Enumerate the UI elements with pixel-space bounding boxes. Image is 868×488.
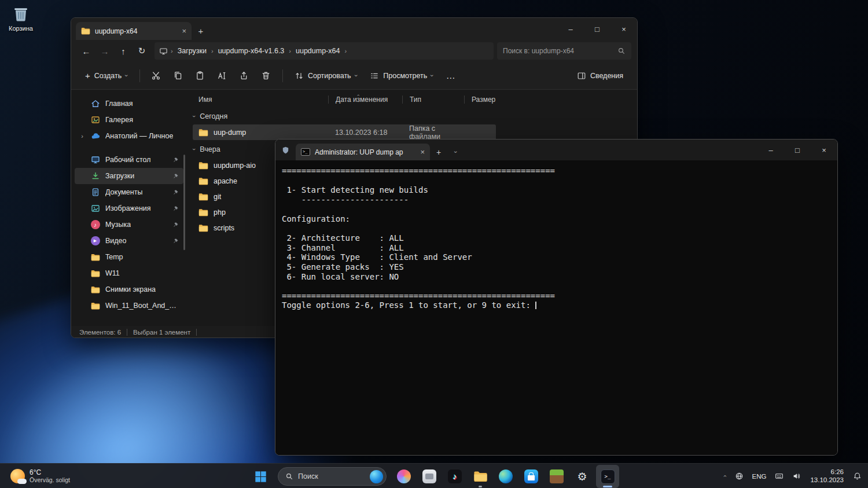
explorer-toolbar: + Создать › Сортировать › <box>71 62 637 90</box>
column-header-type[interactable]: Тип <box>402 96 464 104</box>
search-icon <box>285 472 293 480</box>
sidebar-scrollbar[interactable] <box>183 155 185 250</box>
volume-button[interactable] <box>788 467 805 486</box>
app-settings[interactable]: ⚙ <box>571 465 594 488</box>
up-button[interactable]: ↑ <box>114 42 133 60</box>
minimize-button[interactable]: – <box>757 140 784 160</box>
app-widgets[interactable] <box>418 465 441 488</box>
column-header-date[interactable]: › Дата изменения <box>328 96 402 104</box>
breadcrumb-dropdown-icon[interactable]: › <box>344 48 347 54</box>
delete-button[interactable] <box>256 66 277 86</box>
search-icon <box>617 47 626 55</box>
pin-icon <box>172 173 179 179</box>
terminal-cursor <box>535 302 536 309</box>
app-file-explorer[interactable] <box>469 465 492 488</box>
touch-keyboard-button[interactable] <box>771 467 788 486</box>
sidebar-item-onedrive[interactable]: › Анатолий — Личное <box>75 128 183 144</box>
app-edge[interactable] <box>494 465 517 488</box>
app-store[interactable] <box>520 465 543 488</box>
weather-widget[interactable]: 6°C Överväg. soligt <box>6 464 75 488</box>
chevron-down-icon: › <box>124 75 130 77</box>
copy-button[interactable] <box>168 66 189 86</box>
breadcrumb-item[interactable]: uupdump-x64 <box>292 47 344 55</box>
search-input[interactable]: Поиск в: uupdump-x64 <box>497 42 631 60</box>
more-options-button[interactable]: … <box>440 66 461 86</box>
desktop-icon <box>90 155 100 164</box>
new-button[interactable]: + Создать › <box>79 66 134 86</box>
start-button[interactable] <box>249 465 272 488</box>
speaker-icon <box>792 472 801 480</box>
network-button[interactable] <box>731 467 748 486</box>
close-button[interactable]: × <box>610 18 637 40</box>
sidebar-item-win11-boot[interactable]: Win_11_Boot_And_Upgrade_ <box>75 298 183 314</box>
cut-button[interactable] <box>146 66 167 86</box>
app-copilot[interactable] <box>392 465 415 488</box>
file-row-uup-dump[interactable]: uup-dump 13.10.2023 6:18 Папка с файлами <box>193 124 496 140</box>
sidebar-item-temp[interactable]: Temp <box>75 249 183 265</box>
plus-icon: + <box>85 71 90 80</box>
tiktok-icon: ♪ <box>448 469 462 483</box>
new-tab-button[interactable]: + <box>430 144 447 160</box>
maximize-button[interactable]: □ <box>584 18 610 40</box>
group-header-today[interactable]: › Сегодня <box>193 108 637 124</box>
tray-overflow-button[interactable]: › <box>720 467 730 486</box>
explorer-tab[interactable]: uupdump-x64 × <box>76 22 192 40</box>
terminal-window: >_ Administrator: UUP dump ap × + › – □ … <box>275 139 838 456</box>
sidebar-item-videos[interactable]: ▶ Видео <box>75 233 183 249</box>
view-button[interactable]: Просмотреть › <box>364 66 439 86</box>
videos-icon: ▶ <box>90 236 100 245</box>
column-header-size[interactable]: Размер <box>464 96 505 104</box>
chevron-down-icon: › <box>429 75 436 77</box>
windows-logo-icon <box>255 471 267 483</box>
breadcrumb-item[interactable]: uupdump-x64-v1.6.3 <box>214 47 289 55</box>
recycle-bin[interactable]: Корзина <box>5 5 37 32</box>
details-pane-button[interactable]: Сведения <box>571 66 629 86</box>
tab-close-icon[interactable]: × <box>420 148 425 156</box>
sidebar-item-music[interactable]: ♪ Музыка <box>75 217 183 233</box>
tab-dropdown-button[interactable]: › <box>447 144 465 160</box>
chevron-down-icon: › <box>353 75 359 77</box>
sidebar-item-pictures[interactable]: Изображения <box>75 200 183 217</box>
rename-button[interactable] <box>212 66 233 86</box>
language-indicator[interactable]: ENG <box>748 467 771 486</box>
back-button[interactable]: ← <box>77 42 95 60</box>
sidebar-item-downloads[interactable]: Загрузки <box>75 168 183 184</box>
app-tiktok[interactable]: ♪ <box>443 465 466 488</box>
sidebar-item-w11[interactable]: W11 <box>75 265 183 281</box>
minimize-button[interactable]: – <box>557 18 584 40</box>
terminal-tab[interactable]: >_ Administrator: UUP dump ap × <box>296 144 430 160</box>
app-minecraft[interactable] <box>545 465 568 488</box>
home-icon <box>90 99 100 108</box>
file-name: uup-dump <box>214 129 246 137</box>
terminal-screen[interactable]: ========================================… <box>275 160 837 456</box>
sidebar-item-documents[interactable]: Документы <box>75 184 183 200</box>
folder-icon <box>198 208 208 217</box>
sidebar-item-gallery[interactable]: Галерея <box>75 112 183 128</box>
forward-button[interactable]: → <box>95 42 114 60</box>
explorer-sidebar: Главная Галерея › Анатолий — Личное <box>71 90 186 326</box>
new-tab-button[interactable]: + <box>192 22 210 40</box>
file-name: git <box>214 193 221 201</box>
refresh-button[interactable]: ↻ <box>133 42 151 60</box>
expand-chevron-icon[interactable]: › <box>79 133 85 140</box>
sort-button[interactable]: Сортировать › <box>289 66 363 86</box>
folder-icon <box>198 224 208 232</box>
sidebar-item-desktop[interactable]: Рабочий стол <box>75 152 183 168</box>
minecraft-icon <box>550 469 564 483</box>
sidebar-item-screenshots[interactable]: Снимки экрана <box>75 281 183 298</box>
file-name: scripts <box>214 224 234 232</box>
new-button-label: Создать <box>94 72 122 80</box>
taskbar-search[interactable]: Поиск <box>278 467 387 486</box>
maximize-button[interactable]: □ <box>784 140 811 160</box>
breadcrumb-item[interactable]: Загрузки <box>174 47 211 55</box>
share-button[interactable] <box>234 66 255 86</box>
paste-button[interactable] <box>190 66 211 86</box>
close-button[interactable]: × <box>811 140 837 160</box>
app-terminal[interactable]: >_ <box>596 465 619 488</box>
file-explorer-icon <box>473 471 488 482</box>
notification-button[interactable] <box>849 467 866 486</box>
column-header-name[interactable]: Имя <box>193 96 328 104</box>
taskbar-clock[interactable]: 6:26 13.10.2023 <box>806 468 848 484</box>
tab-close-icon[interactable]: × <box>182 27 186 35</box>
sidebar-item-home[interactable]: Главная <box>75 96 183 112</box>
